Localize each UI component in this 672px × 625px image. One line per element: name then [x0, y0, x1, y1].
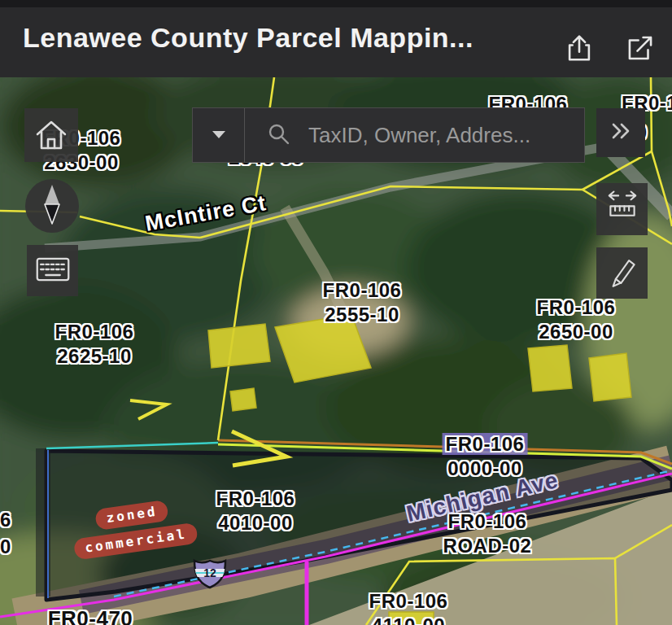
parcel-label: FR0-106 2555-10 [323, 278, 402, 327]
parcel-label-selected: FR0-106 0000-00 [443, 432, 528, 481]
compass-needle-icon [25, 177, 79, 234]
draw-button[interactable] [596, 247, 648, 299]
svg-text:12: 12 [203, 566, 216, 579]
parcel-label-clipped: FR0-106 4110-00 [369, 589, 448, 625]
open-in-new-button[interactable] [622, 32, 658, 68]
parcel-mapping-app: Lenawee County Parcel Mappin... [0, 0, 672, 625]
parcel-label: FR0-106 ROAD-02 [443, 509, 532, 558]
parcel-label-clipped: 0 [0, 535, 11, 559]
pencil-icon [601, 251, 644, 296]
upload-icon [564, 33, 595, 67]
parcel-label-clipped: 6 [0, 508, 11, 532]
search-source-dropdown[interactable] [193, 108, 245, 162]
parcel-label: FR0-106 4010-00 [216, 487, 295, 535]
measure-button[interactable] [596, 183, 648, 235]
selection-highlight: FR0-106 [443, 433, 528, 455]
upload-button[interactable] [561, 32, 597, 68]
home-icon [29, 111, 73, 159]
search-icon [266, 121, 290, 149]
map-canvas[interactable]: 12 FR0-106 2630-00 FR0-106 2640-00 FR0-1… [0, 77, 672, 625]
app-title: Lenawee County Parcel Mappin... [23, 22, 473, 54]
search-input[interactable] [307, 122, 554, 149]
app-header: Lenawee County Parcel Mappin... [0, 0, 672, 77]
parcel-label: FR0-106 2650-00 [537, 295, 616, 344]
compass-button[interactable] [25, 179, 79, 233]
home-button[interactable] [24, 108, 78, 162]
expand-panel-button[interactable] [596, 108, 645, 157]
keyboard-icon [30, 247, 76, 295]
chevron-down-icon [212, 128, 225, 142]
basemap-keyboard-button[interactable] [27, 245, 78, 296]
open-in-new-icon [625, 33, 656, 67]
parcel-label-clipped: FR0-470 [48, 606, 133, 625]
search-bar [193, 108, 584, 162]
measure-icon [601, 186, 644, 232]
double-chevron-right-icon [609, 120, 632, 145]
parcel-label: FR0-106 2625-10 [55, 320, 134, 369]
